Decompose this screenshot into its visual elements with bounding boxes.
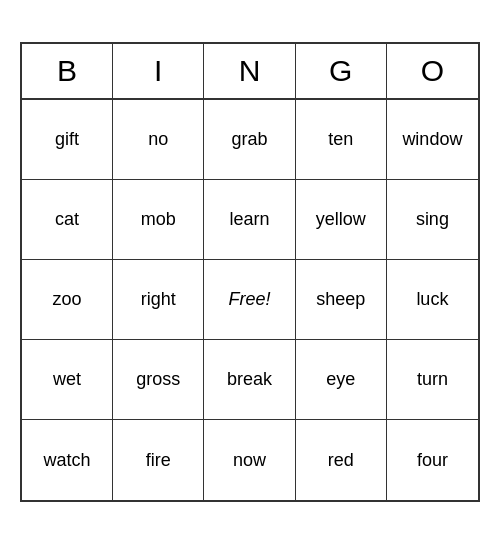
cell-r5c1: watch <box>22 420 113 500</box>
cell-r2c2: mob <box>113 180 204 260</box>
cell-r3c2: right <box>113 260 204 340</box>
header-n: N <box>204 44 295 98</box>
cell-r4c4: eye <box>296 340 387 420</box>
header-b: B <box>22 44 113 98</box>
cell-r2c1: cat <box>22 180 113 260</box>
cell-r5c2: fire <box>113 420 204 500</box>
header-g: G <box>296 44 387 98</box>
cell-r2c5: sing <box>387 180 478 260</box>
cell-r4c3: break <box>204 340 295 420</box>
header-o: O <box>387 44 478 98</box>
cell-r1c3: grab <box>204 100 295 180</box>
bingo-card: B I N G O gift no grab ten window cat mo… <box>20 42 480 502</box>
cell-r1c5: window <box>387 100 478 180</box>
cell-r4c1: wet <box>22 340 113 420</box>
cell-r5c5: four <box>387 420 478 500</box>
cell-r1c2: no <box>113 100 204 180</box>
cell-r3c4: sheep <box>296 260 387 340</box>
cell-r4c2: gross <box>113 340 204 420</box>
cell-r3c1: zoo <box>22 260 113 340</box>
cell-r2c4: yellow <box>296 180 387 260</box>
cell-free: Free! <box>204 260 295 340</box>
bingo-header: B I N G O <box>22 44 478 100</box>
bingo-grid: gift no grab ten window cat mob learn ye… <box>22 100 478 500</box>
cell-r1c1: gift <box>22 100 113 180</box>
cell-r4c5: turn <box>387 340 478 420</box>
cell-r3c5: luck <box>387 260 478 340</box>
header-i: I <box>113 44 204 98</box>
cell-r5c3: now <box>204 420 295 500</box>
cell-r1c4: ten <box>296 100 387 180</box>
cell-r2c3: learn <box>204 180 295 260</box>
cell-r5c4: red <box>296 420 387 500</box>
